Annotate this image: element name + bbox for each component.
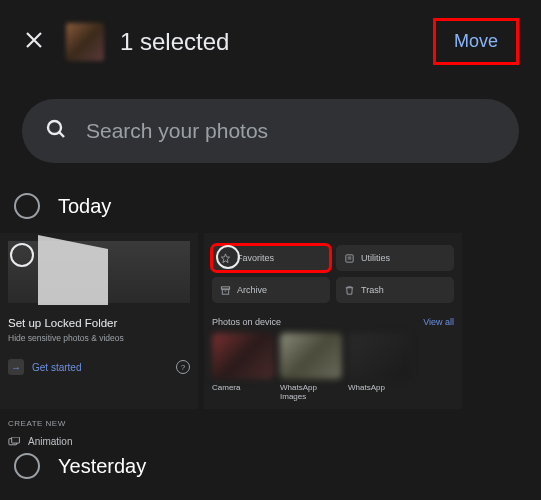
- section-today: Today: [0, 187, 541, 233]
- section-title: Today: [58, 195, 111, 218]
- svg-point-0: [48, 121, 61, 134]
- photo-grid-today: Set up Locked Folder Hide sensitive phot…: [0, 233, 541, 417]
- arrow-icon: →: [8, 359, 24, 375]
- select-photo-circle[interactable]: [216, 245, 240, 269]
- selection-header: 1 selected Move: [0, 0, 541, 83]
- select-photo-circle[interactable]: [10, 243, 34, 267]
- locked-folder-preview: [8, 241, 190, 303]
- create-section: CREATE NEW Animation: [0, 411, 198, 447]
- close-icon[interactable]: [22, 28, 46, 56]
- get-started-link: → Get started: [8, 359, 81, 375]
- search-bar[interactable]: Search your photos: [22, 99, 519, 163]
- photo-tile-library[interactable]: Favorites Utilities Archive Trash Photos…: [204, 233, 462, 409]
- view-all-link: View all: [423, 317, 454, 327]
- chip-utilities: Utilities: [336, 245, 454, 271]
- help-icon: ?: [176, 360, 190, 374]
- chip-archive: Archive: [212, 277, 330, 303]
- section-title: Yesterday: [58, 455, 146, 478]
- select-all-yesterday[interactable]: [14, 453, 40, 479]
- section-yesterday: Yesterday: [0, 447, 541, 493]
- svg-rect-2: [12, 437, 20, 443]
- photos-on-device-heading: Photos on device: [212, 317, 281, 327]
- photo-tile-locked-folder[interactable]: Set up Locked Folder Hide sensitive phot…: [0, 233, 198, 409]
- chip-trash: Trash: [336, 277, 454, 303]
- device-album: WhatsApp Images: [280, 333, 342, 401]
- move-highlight: Move: [433, 18, 519, 65]
- locked-folder-subtitle: Hide sensitive photos & videos: [8, 333, 190, 343]
- svg-rect-5: [222, 289, 228, 294]
- create-new-heading: CREATE NEW: [8, 419, 198, 428]
- animation-row: Animation: [8, 436, 198, 447]
- selected-thumbnail: [66, 23, 104, 61]
- select-all-today[interactable]: [14, 193, 40, 219]
- device-album: Camera: [212, 333, 274, 401]
- move-button[interactable]: Move: [444, 25, 508, 58]
- search-icon: [44, 117, 68, 145]
- locked-folder-title: Set up Locked Folder: [8, 317, 190, 329]
- device-album: WhatsApp: [348, 333, 410, 401]
- search-placeholder: Search your photos: [86, 119, 268, 143]
- selection-count: 1 selected: [120, 28, 417, 56]
